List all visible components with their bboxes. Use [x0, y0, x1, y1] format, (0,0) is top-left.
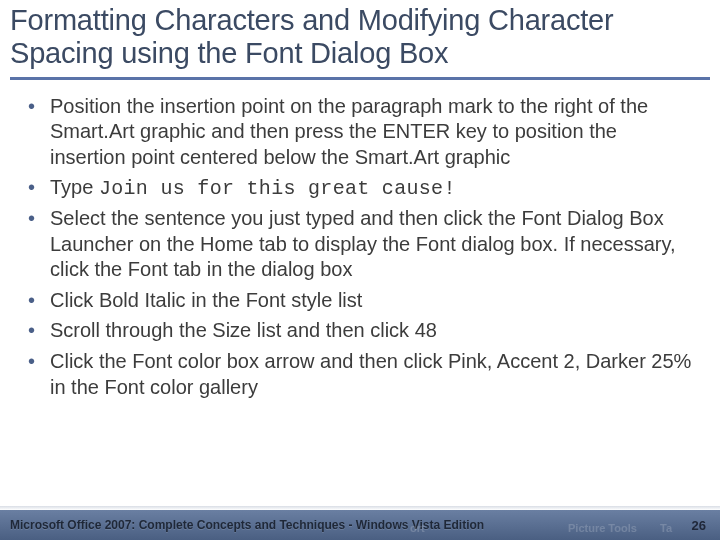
list-item: Scroll through the Size list and then cl… — [22, 318, 694, 345]
list-item: Select the sentence you just typed and t… — [22, 206, 694, 284]
bullet-text: Select the sentence you just typed and t… — [50, 207, 676, 280]
list-item: Click the Font color box arrow and then … — [22, 349, 694, 401]
bullet-text: Position the insertion point on the para… — [50, 95, 648, 168]
bullet-text: Scroll through the Size list and then cl… — [50, 319, 437, 341]
footer-text: Microsoft Office 2007: Complete Concepts… — [10, 518, 484, 532]
bullet-text: Click Bold Italic in the Font style list — [50, 289, 362, 311]
slide-title: Formatting Characters and Modifying Char… — [0, 0, 720, 71]
slide: Formatting Characters and Modifying Char… — [0, 0, 720, 540]
content-area: Position the insertion point on the para… — [0, 80, 720, 402]
bullet-mono: Join us for this great cause! — [99, 177, 456, 200]
list-item: Type Join us for this great cause! — [22, 175, 694, 202]
footer-ghost-text: Ta — [660, 522, 672, 534]
bullet-text: Type — [50, 176, 99, 198]
bullet-list: Position the insertion point on the para… — [22, 94, 694, 402]
footer-ghost-text: Picture Tools — [568, 522, 637, 534]
list-item: Click Bold Italic in the Font style list — [22, 288, 694, 315]
page-number: 26 — [692, 518, 706, 533]
bullet-text: Click the Font color box arrow and then … — [50, 350, 691, 398]
list-item: Position the insertion point on the para… — [22, 94, 694, 172]
footer: Microsoft Office 2007: Complete Concepts… — [0, 510, 720, 540]
